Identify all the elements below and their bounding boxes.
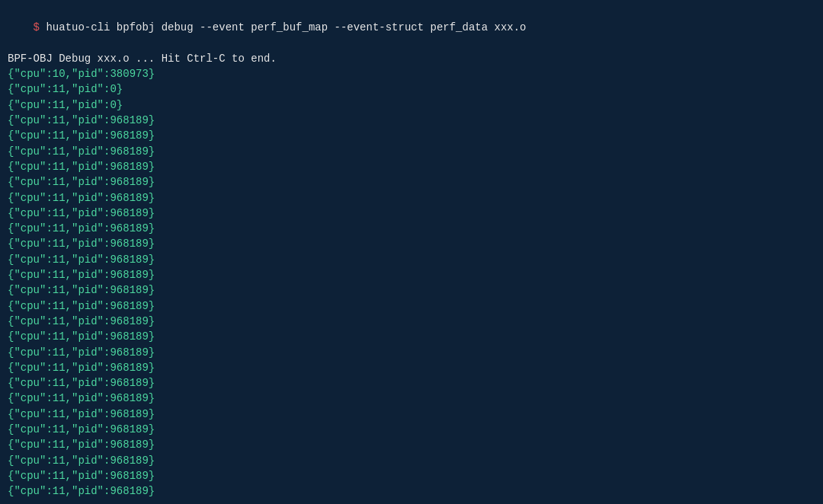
data-line: {"cpu":11,"pid":968189} [8, 407, 815, 422]
data-line: {"cpu":11,"pid":968189} [8, 174, 815, 190]
data-line: {"cpu":11,"pid":968189} [8, 221, 815, 236]
command-text: huatuo-cli bpfobj debug --event perf_buf… [46, 21, 526, 33]
terminal: $ huatuo-cli bpfobj debug --event perf_b… [8, 5, 815, 499]
info-line: BPF-OBJ Debug xxx.o ... Hit Ctrl-C to en… [8, 51, 815, 66]
data-line: {"cpu":11,"pid":968189} [8, 437, 815, 452]
data-line: {"cpu":11,"pid":968189} [8, 468, 815, 483]
data-line: {"cpu":11,"pid":968189} [8, 422, 815, 437]
data-line: {"cpu":11,"pid":968189} [8, 375, 815, 391]
data-line: {"cpu":11,"pid":968189} [8, 252, 815, 267]
data-line: {"cpu":11,"pid":968189} [8, 360, 815, 375]
data-line: {"cpu":11,"pid":968189} [8, 190, 815, 206]
data-line: {"cpu":11,"pid":968189} [8, 391, 815, 406]
data-line: {"cpu":11,"pid":968189} [8, 345, 815, 360]
data-line: {"cpu":11,"pid":968189} [8, 206, 815, 221]
data-line: {"cpu":11,"pid":968189} [8, 128, 815, 143]
prompt: $ [34, 21, 46, 33]
data-line: {"cpu":11,"pid":968189} [8, 282, 815, 298]
data-line: {"cpu":11,"pid":968189} [8, 483, 815, 499]
data-line: {"cpu":11,"pid":968189} [8, 113, 815, 128]
command-line: $ huatuo-cli bpfobj debug --event perf_b… [8, 5, 815, 51]
data-line: {"cpu":11,"pid":968189} [8, 453, 815, 468]
data-line: {"cpu":11,"pid":0} [8, 97, 815, 113]
data-line: {"cpu":11,"pid":968189} [8, 159, 815, 174]
data-line: {"cpu":11,"pid":968189} [8, 314, 815, 329]
data-output: {"cpu":10,"pid":380973}{"cpu":11,"pid":0… [8, 66, 815, 499]
data-line: {"cpu":11,"pid":0} [8, 81, 815, 97]
data-line: {"cpu":11,"pid":968189} [8, 267, 815, 282]
data-line: {"cpu":11,"pid":968189} [8, 329, 815, 344]
data-line: {"cpu":11,"pid":968189} [8, 298, 815, 314]
data-line: {"cpu":11,"pid":968189} [8, 499, 815, 500]
data-line: {"cpu":11,"pid":968189} [8, 144, 815, 159]
data-line: {"cpu":10,"pid":380973} [8, 66, 815, 81]
data-line: {"cpu":11,"pid":968189} [8, 236, 815, 251]
